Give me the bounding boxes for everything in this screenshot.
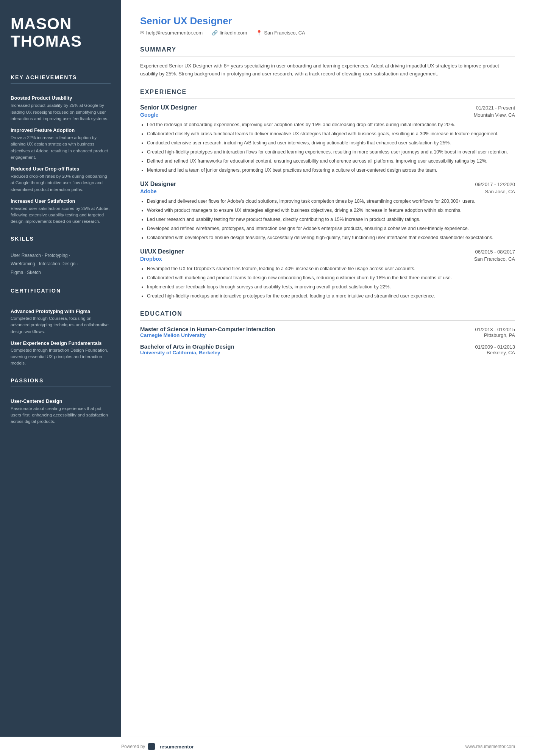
email-contact: ✉ help@resumementor.com — [140, 30, 203, 36]
job-2-bullet-5: Collaborated with developers to ensure d… — [147, 234, 515, 241]
cert-2-desc: Completed through Interaction Design Fou… — [11, 347, 111, 367]
main-content: Senior UX Designer ✉ help@resumementor.c… — [121, 0, 534, 737]
cert-2-title: User Experience Design Fundamentals — [11, 340, 111, 346]
footer-left: Powered by resumementor — [121, 743, 194, 750]
edu-1-degree: Master of Science in Human-Computer Inte… — [140, 326, 275, 332]
candidate-name: MASON THOMAS — [11, 15, 111, 50]
job-1-location: Mountain View, CA — [473, 112, 515, 118]
achievement-4-desc: Elevated user satisfaction scores by 25%… — [11, 205, 111, 225]
achievement-2-desc: Drove a 22% increase in feature adoption… — [11, 135, 111, 161]
education-divider — [140, 320, 515, 321]
job-1-bullet-5: Defined and refined UX frameworks for ed… — [147, 157, 515, 165]
skills-section-title: SKILLS — [11, 236, 111, 242]
passions-divider — [11, 387, 111, 387]
experience-divider — [140, 99, 515, 99]
job-2-bullet-4: Developed and refined wireframes, protot… — [147, 225, 515, 232]
certification-divider — [11, 297, 111, 297]
logo-text: resumementor — [159, 744, 194, 750]
certification-section-title: CERTIFICATION — [11, 288, 111, 294]
job-2-bullet-2: Worked with product managers to ensure U… — [147, 207, 515, 214]
edu-2-school-row: University of California, Berkeley Berke… — [140, 350, 515, 355]
name-line2: THOMAS — [11, 32, 82, 50]
job-title: Senior UX Designer — [140, 15, 515, 27]
job-1-bullets: Led the redesign of onboarding experienc… — [140, 121, 515, 174]
achievement-1-title: Boosted Product Usability — [11, 95, 111, 101]
edu-1-row: Master of Science in Human-Computer Inte… — [140, 326, 515, 338]
location-contact: 📍 San Francisco, CA — [256, 30, 305, 36]
job-2-bullet-3: Led user research and usability testing … — [147, 216, 515, 223]
job-1-bullet-2: Collaborated closely with cross-function… — [147, 130, 515, 138]
edu-1-degree-row: Master of Science in Human-Computer Inte… — [140, 326, 515, 332]
job-2-company: Adobe — [140, 188, 157, 194]
contact-bar: ✉ help@resumementor.com 🔗 linkedin.com 📍… — [140, 30, 515, 36]
job-3-title: UI/UX Designer — [140, 248, 184, 255]
summary-divider — [140, 56, 515, 56]
job-2-company-row: Adobe San Jose, CA — [140, 188, 515, 194]
job-3-header: UI/UX Designer 06/2015 - 08/2017 — [140, 248, 515, 255]
name-line1: MASON — [11, 15, 72, 33]
job-3-location: San Francisco, CA — [474, 256, 515, 262]
edu-2-degree-row: Bachelor of Arts in Graphic Design 01/20… — [140, 343, 515, 350]
logo-icon — [148, 743, 155, 750]
job-1-bullet-3: Conducted extensive user research, inclu… — [147, 139, 515, 147]
sidebar: MASON THOMAS KEY ACHIEVEMENTS Boosted Pr… — [0, 0, 121, 737]
achievement-1-desc: Increased product usability by 25% at Go… — [11, 102, 111, 122]
job-1-company-row: Google Mountain View, CA — [140, 112, 515, 118]
job-3-bullet-1: Revamped the UX for Dropbox's shared fil… — [147, 265, 515, 272]
passion-1-desc: Passionate about creating experiences th… — [11, 405, 111, 425]
powered-by-label: Powered by — [121, 744, 145, 749]
edu-2-degree: Bachelor of Arts in Graphic Design — [140, 343, 234, 350]
education-section-title: EDUCATION — [140, 310, 515, 317]
achievement-4-title: Increased User Satisfaction — [11, 198, 111, 204]
achievement-2-title: Improved Feature Adoption — [11, 127, 111, 133]
job-1-company: Google — [140, 112, 158, 118]
passion-1-title: User-Centered Design — [11, 398, 111, 404]
job-1-bullet-4: Created high-fidelity prototypes and int… — [147, 148, 515, 156]
job-1-title: Senior UX Designer — [140, 104, 197, 111]
skills-line-2: Wireframing · Interaction Design · — [11, 260, 111, 268]
job-1-dates: 01/2021 - Present — [476, 105, 515, 111]
job-1-header: Senior UX Designer 01/2021 - Present — [140, 104, 515, 111]
job-2-bullet-1: Designed and delivered user flows for Ad… — [147, 197, 515, 205]
achievement-3-desc: Reduced drop-off rates by 20% during onb… — [11, 173, 111, 193]
linkedin-value: linkedin.com — [220, 30, 247, 36]
edu-2-location: Berkeley, CA — [487, 350, 515, 355]
achievements-section-title: KEY ACHIEVEMENTS — [11, 74, 111, 80]
job-3-company-row: Dropbox San Francisco, CA — [140, 256, 515, 262]
job-1-bullet-6: Mentored and led a team of junior design… — [147, 166, 515, 174]
edu-2-school: University of California, Berkeley — [140, 350, 220, 355]
skills-line-1: User Research · Prototyping · — [11, 251, 111, 260]
achievements-divider — [11, 83, 111, 84]
job-3-bullet-3: Implemented user feedback loops through … — [147, 283, 515, 291]
summary-section-title: SUMMARY — [140, 46, 515, 53]
summary-text: Experienced Senior UX Designer with 8+ y… — [140, 62, 515, 78]
resume-footer: Powered by resumementor www.resumementor… — [0, 737, 534, 756]
skills-line-3: Figma · Sketch — [11, 268, 111, 277]
resume-body: MASON THOMAS KEY ACHIEVEMENTS Boosted Pr… — [0, 0, 534, 737]
job-2-dates: 09/2017 - 12/2020 — [475, 182, 515, 187]
location-icon: 📍 — [256, 30, 262, 36]
job-3-bullet-4: Created high-fidelity mockups and intera… — [147, 292, 515, 300]
job-2-title: UX Designer — [140, 181, 176, 188]
resume-wrapper: MASON THOMAS KEY ACHIEVEMENTS Boosted Pr… — [0, 0, 534, 756]
edu-2-row: Bachelor of Arts in Graphic Design 01/20… — [140, 343, 515, 355]
email-icon: ✉ — [140, 30, 144, 36]
cert-1-title: Advanced Prototyping with Figma — [11, 308, 111, 314]
passions-section-title: PASSIONS — [11, 377, 111, 383]
main-header: Senior UX Designer ✉ help@resumementor.c… — [140, 15, 515, 36]
edu-1-location: Pittsburgh, PA — [484, 332, 515, 338]
job-3-company: Dropbox — [140, 256, 162, 262]
footer-website: www.resumementor.com — [465, 744, 515, 749]
linkedin-icon: 🔗 — [212, 30, 218, 36]
job-2-header: UX Designer 09/2017 - 12/2020 — [140, 181, 515, 188]
job-2-bullets: Designed and delivered user flows for Ad… — [140, 197, 515, 241]
edu-2-dates: 01/2009 - 01/2013 — [475, 344, 515, 350]
email-value: help@resumementor.com — [146, 30, 203, 36]
experience-section-title: EXPERIENCE — [140, 89, 515, 95]
linkedin-contact: 🔗 linkedin.com — [212, 30, 247, 36]
cert-1-desc: Completed through Coursera, focusing on … — [11, 315, 111, 335]
skills-divider — [11, 245, 111, 245]
job-1-bullet-1: Led the redesign of onboarding experienc… — [147, 121, 515, 128]
edu-1-dates: 01/2013 - 01/2015 — [475, 327, 515, 332]
skills-list: User Research · Prototyping · Wireframin… — [11, 251, 111, 277]
